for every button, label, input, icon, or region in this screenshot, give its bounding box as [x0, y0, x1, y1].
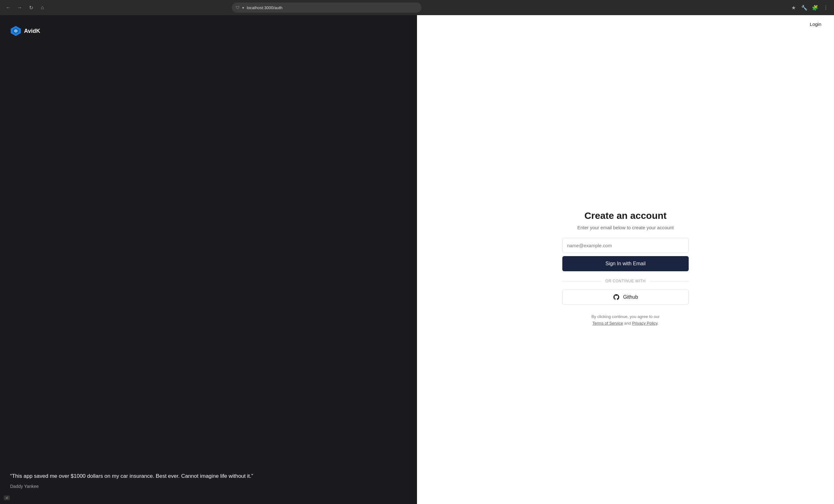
- github-btn-label: Github: [623, 294, 638, 300]
- terms-of-service-link[interactable]: Terms of Service: [592, 321, 623, 326]
- brand-name: AvidK: [24, 28, 40, 35]
- sign-in-button[interactable]: Sign In with Email: [562, 256, 689, 271]
- refresh-button[interactable]: ↻: [26, 3, 36, 12]
- auth-form: Create an account Enter your email below…: [562, 210, 689, 327]
- tools-icon[interactable]: 🔧: [800, 3, 809, 12]
- divider-line-left: [562, 281, 601, 281]
- form-subtitle: Enter your email below to create your ac…: [577, 225, 674, 230]
- login-link[interactable]: Login: [810, 21, 821, 27]
- privacy-policy-link[interactable]: Privacy Policy: [632, 321, 657, 326]
- home-button[interactable]: ⌂: [38, 3, 47, 12]
- lock-icon: ●: [242, 5, 244, 10]
- testimonial-quote: “This app saved me over $1000 dollars on…: [10, 472, 407, 480]
- right-panel: Login Create an account Enter your email…: [417, 15, 834, 504]
- testimonial-section: “This app saved me over $1000 dollars on…: [10, 472, 407, 489]
- auth-form-container: Create an account Enter your email below…: [417, 33, 834, 504]
- terms-prefix: By clicking continue, you agree to our: [591, 314, 660, 319]
- bookmark-icon[interactable]: ★: [789, 3, 798, 12]
- extensions-icon[interactable]: 🧩: [811, 3, 819, 12]
- address-bar[interactable]: 🛡 ● localhost:3000/auth: [232, 2, 421, 13]
- or-divider: OR CONTINUE WITH: [562, 279, 689, 283]
- github-button[interactable]: Github: [562, 290, 689, 305]
- testimonial-author: Daddy Yankee: [10, 484, 407, 489]
- terms-and: and: [624, 321, 631, 326]
- url-text: localhost:3000/auth: [247, 5, 282, 10]
- browser-chrome: ← → ↻ ⌂ 🛡 ● localhost:3000/auth ★ 🔧 🧩 ⋮: [0, 0, 834, 15]
- app-layout: AvidK “This app saved me over $1000 doll…: [0, 15, 834, 504]
- terms-text: By clicking continue, you agree to our T…: [591, 314, 660, 327]
- shield-icon: 🛡: [236, 5, 239, 10]
- divider-label: OR CONTINUE WITH: [605, 279, 646, 283]
- divider-line-right: [650, 281, 689, 281]
- menu-icon[interactable]: ⋮: [821, 3, 830, 12]
- browser-toolbar-icons: ★ 🔧 🧩 ⋮: [789, 3, 830, 12]
- email-input[interactable]: [562, 238, 689, 253]
- xl-badge: xl: [4, 496, 10, 500]
- left-panel: AvidK “This app saved me over $1000 doll…: [0, 15, 417, 504]
- brand: AvidK: [10, 25, 407, 37]
- right-header: Login: [417, 15, 834, 33]
- github-icon: [613, 294, 620, 301]
- brand-logo-icon: [10, 25, 21, 37]
- forward-button[interactable]: →: [15, 3, 24, 12]
- terms-period: .: [657, 321, 659, 326]
- back-button[interactable]: ←: [4, 3, 13, 12]
- form-title: Create an account: [585, 210, 666, 221]
